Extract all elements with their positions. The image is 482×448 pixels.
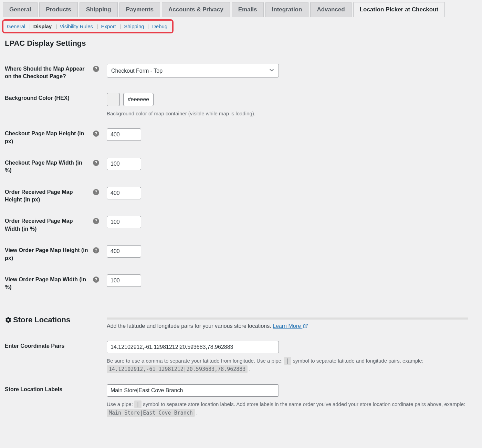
order-received-height-input[interactable] [107, 187, 141, 199]
help-icon[interactable]: ? [93, 277, 99, 283]
tab-integration[interactable]: Integration [265, 2, 309, 17]
external-link-icon [303, 323, 308, 330]
subnav-export[interactable]: Export [101, 23, 116, 29]
bg-color-swatch[interactable] [107, 93, 120, 106]
subnav-general[interactable]: General [7, 23, 25, 29]
help-icon[interactable]: ? [93, 218, 99, 224]
help-icon[interactable]: ? [93, 247, 99, 253]
coord-pairs-desc: Be sure to use a comma to separate your … [107, 357, 468, 374]
settings-tabs: General Products Shipping Payments Accou… [0, 2, 482, 17]
settings-form: Where Should the Map Appear on the Check… [0, 58, 482, 423]
store-locations-heading: Store Locations [5, 315, 90, 325]
subnav-debug[interactable]: Debug [152, 23, 167, 29]
bg-color-desc: Background color of map container (visib… [107, 110, 468, 117]
label-checkout-width: Checkout Page Map Width (in %) [0, 152, 93, 181]
tab-general[interactable]: General [3, 2, 38, 17]
label-order-received-height: Order Received Page Map Height (in px) [0, 181, 93, 211]
coord-pairs-input[interactable] [107, 341, 279, 353]
svg-line-0 [305, 324, 308, 326]
help-icon[interactable]: ? [93, 131, 99, 137]
tab-emails[interactable]: Emails [232, 2, 264, 17]
label-view-order-width: View Order Page Map Width (in %) [0, 269, 93, 298]
store-labels-desc: Use a pipe: | symbol to separate store l… [107, 400, 468, 417]
help-icon[interactable]: ? [93, 160, 99, 166]
label-map-appear: Where Should the Map Appear on the Check… [0, 58, 93, 87]
help-icon[interactable]: ? [93, 66, 99, 72]
gear-icon [5, 316, 12, 323]
label-coord-pairs: Enter Coordinate Pairs [0, 335, 93, 379]
tab-lpac[interactable]: Location Picker at Checkout [353, 2, 445, 17]
tab-advanced[interactable]: Advanced [310, 2, 351, 17]
store-locations-intro: Add the latitude and longitude pairs for… [107, 323, 273, 329]
order-received-width-input[interactable] [107, 216, 141, 228]
section-divider [107, 317, 468, 320]
learn-more-link[interactable]: Learn More [273, 323, 308, 329]
checkout-width-input[interactable] [107, 158, 141, 170]
label-store-labels: Store Location Labels [0, 379, 93, 423]
map-appear-select[interactable]: Checkout Form - Top [107, 64, 279, 77]
bg-color-input[interactable]: #eeeeee [123, 93, 154, 106]
tab-products[interactable]: Products [39, 2, 78, 17]
subnav: General | Display | Visibility Rules | E… [2, 19, 482, 33]
tab-payments[interactable]: Payments [119, 2, 160, 17]
subnav-highlight-box: General | Display | Visibility Rules | E… [2, 19, 174, 33]
store-labels-input[interactable] [107, 384, 279, 397]
label-checkout-height: Checkout Page Map Height (in px) [0, 123, 93, 152]
tab-shipping[interactable]: Shipping [80, 2, 118, 17]
label-view-order-height: View Order Page Map Height (in px) [0, 240, 93, 269]
tab-accounts[interactable]: Accounts & Privacy [162, 2, 230, 17]
label-bg-color: Background Color (HEX) [0, 87, 93, 123]
subnav-shipping[interactable]: Shipping [124, 23, 144, 29]
subnav-display[interactable]: Display [33, 23, 52, 29]
page-title: LPAC Display Settings [5, 39, 482, 48]
subnav-visibility[interactable]: Visibility Rules [60, 23, 93, 29]
view-order-width-input[interactable] [107, 274, 141, 287]
view-order-height-input[interactable] [107, 245, 141, 258]
checkout-height-input[interactable] [107, 128, 141, 141]
help-icon[interactable]: ? [93, 189, 99, 195]
label-order-received-width: Order Received Page Map Width (in %) [0, 210, 93, 240]
